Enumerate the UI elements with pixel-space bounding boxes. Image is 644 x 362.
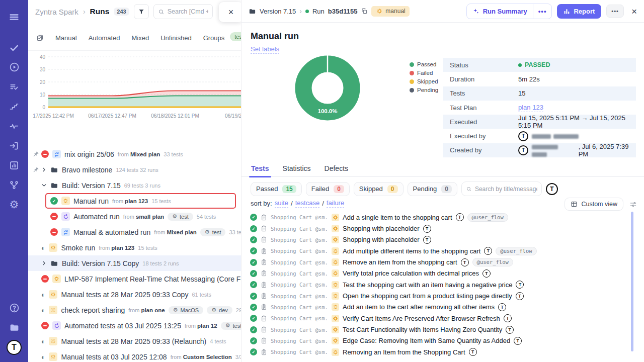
assignee-avatar[interactable]: T bbox=[546, 183, 558, 195]
run-tree-item[interactable]: ◐check report sharingfrom plan one⚙MacOS… bbox=[28, 302, 241, 318]
run-tree-item[interactable]: Automated tests at 03 Jul 2025 13:25from… bbox=[28, 318, 241, 333]
run-meta: 54 tests bbox=[197, 214, 216, 220]
filter-button[interactable] bbox=[134, 4, 149, 19]
custom-view-button[interactable]: Custom view bbox=[565, 198, 623, 211]
copy-icon[interactable] bbox=[361, 8, 368, 15]
test-plan-link[interactable]: plan 123 bbox=[518, 104, 543, 112]
run-from-plan: from Mixed plan bbox=[118, 151, 160, 157]
run-tree-item[interactable]: Bravo milestone124 tests 32 runs bbox=[28, 162, 241, 177]
run-tree-item[interactable]: Build: Version 7.15 Copy18 tests 2 runs bbox=[28, 255, 241, 271]
detail-label: Tests bbox=[443, 89, 518, 97]
filter-failed[interactable]: Failed0 bbox=[306, 182, 350, 196]
test-row[interactable]: ✓Shopping Cart @sm...Verify Cart Items A… bbox=[242, 313, 644, 324]
list-check-icon[interactable] bbox=[4, 77, 24, 97]
failed-status-icon bbox=[41, 275, 49, 283]
filter-pending[interactable]: Pending0 bbox=[408, 182, 457, 196]
report-button[interactable]: Report bbox=[557, 4, 601, 19]
tab-tests[interactable]: Tests bbox=[251, 164, 269, 176]
test-row[interactable]: ✓Shopping Cart @sm...Edge Case: Removing… bbox=[242, 335, 644, 346]
passed-status-icon: ✓ bbox=[50, 197, 58, 205]
run-tree-item[interactable]: ◐Manual tests at 28 Mar 2025 09:33 Copy6… bbox=[28, 287, 241, 302]
display-settings-icon[interactable] bbox=[629, 201, 637, 208]
run-tree-item[interactable]: Manual & automated runfrom Mixed plan⚙te… bbox=[28, 224, 241, 240]
tests-search[interactable] bbox=[461, 182, 542, 196]
test-row[interactable]: ✓Shopping Cart @sm...Add multiple differ… bbox=[242, 245, 644, 256]
run-tree-item[interactable]: ◐Manual tests at 28 Mar 2025 09:33 (Rela… bbox=[28, 333, 241, 349]
run-tree-item[interactable]: ✓Manual runfrom plan 12315 tests bbox=[28, 193, 241, 209]
branch-icon[interactable] bbox=[4, 175, 24, 195]
sort-by-suite[interactable]: suite bbox=[275, 199, 288, 208]
tab-unfinished[interactable]: Unfinished bbox=[160, 34, 191, 42]
runs-search-input[interactable] bbox=[168, 8, 208, 15]
sort-by-testcase[interactable]: testcase bbox=[295, 199, 319, 208]
test-row[interactable]: ✓Shopping Cart @sm...Remove an item from… bbox=[242, 256, 644, 267]
test-row[interactable]: ✓Shopping Cart @sm...Test Cart Functiona… bbox=[242, 324, 644, 335]
test-row[interactable]: ✓Shopping Cart @sm...Test the shopping c… bbox=[242, 279, 644, 290]
bar-chart-icon bbox=[564, 8, 570, 15]
detail-close-button[interactable]: × bbox=[631, 7, 637, 16]
run-title: Manual run bbox=[251, 31, 644, 42]
run-meta: 69 tests 3 runs bbox=[124, 183, 160, 189]
test-row[interactable]: ✓Shopping Cart @sm...Add a single item t… bbox=[242, 212, 644, 223]
tab-chip-test[interactable]: test bbox=[230, 32, 242, 41]
run-summary-more-button[interactable]: ••• bbox=[533, 4, 552, 19]
test-row[interactable]: ✓Shopping Cart @sm...Shopping with place… bbox=[242, 223, 644, 234]
run-tree-item[interactable]: ◐Manual tests at 03 Jul 2025 12:08from C… bbox=[28, 349, 241, 362]
analytics-icon[interactable] bbox=[4, 155, 24, 175]
search-icon bbox=[158, 9, 165, 15]
chevron-right-icon[interactable] bbox=[41, 260, 47, 266]
manual-run-icon bbox=[49, 352, 57, 361]
test-assignee-avatar: T bbox=[498, 303, 506, 311]
breadcrumb-page: Runs bbox=[90, 7, 110, 16]
settings-gear-icon[interactable]: ⚙ bbox=[4, 195, 24, 214]
tests-search-input[interactable] bbox=[475, 186, 537, 193]
filter-passed[interactable]: Passed15 bbox=[251, 182, 302, 196]
steps-icon[interactable] bbox=[4, 97, 24, 116]
sort-by-failure[interactable]: failure bbox=[327, 199, 344, 208]
test-row[interactable]: ✓Shopping Cart @sm...Add an item to the … bbox=[242, 302, 644, 313]
run-tree-item[interactable]: Build: Version 7.1569 tests 3 runs bbox=[28, 177, 241, 193]
manual-badge-label: manual bbox=[385, 8, 405, 15]
tasks-check-icon[interactable] bbox=[4, 38, 24, 57]
import-icon[interactable] bbox=[4, 136, 24, 155]
automated-run-icon bbox=[52, 321, 61, 330]
help-icon[interactable] bbox=[4, 298, 24, 318]
more-actions-button[interactable]: ••• bbox=[606, 5, 624, 18]
test-row[interactable]: ✓Shopping Cart @sm...Verify total price … bbox=[242, 268, 644, 279]
runs-search[interactable] bbox=[153, 4, 213, 19]
detail-row: Tests15 bbox=[443, 86, 636, 101]
tab-mixed[interactable]: Mixed bbox=[132, 34, 149, 42]
tab-automated[interactable]: Automated bbox=[89, 34, 120, 42]
scrollbar-thumb[interactable] bbox=[631, 212, 633, 351]
tab-defects[interactable]: Defects bbox=[325, 164, 348, 176]
breadcrumb-version[interactable]: Version 7.15 bbox=[260, 8, 296, 15]
compare-runs-icon[interactable] bbox=[36, 34, 44, 42]
legend-item: Pending bbox=[410, 87, 438, 93]
test-row[interactable]: ✓Shopping Cart @sm...Open the shopping c… bbox=[242, 290, 644, 301]
run-tree-item[interactable]: LMP-587 Implement Real-Time Chat Messagi… bbox=[28, 271, 241, 287]
avatar-icon[interactable]: T bbox=[4, 337, 24, 357]
breadcrumb-project[interactable]: Zyntra Spark bbox=[35, 8, 78, 16]
chevron-down-icon[interactable] bbox=[41, 183, 47, 188]
tab-manual[interactable]: Manual bbox=[55, 34, 77, 42]
chevron-right-icon[interactable] bbox=[41, 167, 47, 172]
play-circle-icon[interactable] bbox=[4, 57, 24, 77]
pulse-icon[interactable] bbox=[4, 116, 24, 136]
run-tree-item[interactable]: mix origin 25/06from Mixed plan33 tests bbox=[28, 146, 241, 162]
filter-skipped[interactable]: Skipped0 bbox=[354, 182, 404, 196]
test-row[interactable]: ✓Shopping Cart @sm...Removing an Item fr… bbox=[242, 346, 644, 357]
detail-row: Duration5m 22s bbox=[443, 72, 636, 86]
run-tree-item[interactable]: Automated runfrom small plan⚙test54 test… bbox=[28, 209, 241, 224]
run-tree-item[interactable]: ◐Smoke runfrom plan 12315 tests bbox=[28, 240, 241, 255]
test-row[interactable]: ✓Shopping Cart @sm...Shopping with place… bbox=[242, 234, 644, 245]
tab-groups[interactable]: Groups bbox=[203, 34, 225, 42]
panel-close-button[interactable]: × bbox=[219, 2, 242, 22]
legend-label: Failed bbox=[417, 70, 433, 76]
set-labels-link[interactable]: Set labels bbox=[251, 45, 279, 54]
run-summary-button[interactable]: Run Summary bbox=[467, 4, 533, 19]
tab-statistics[interactable]: Statistics bbox=[283, 164, 311, 176]
custom-view-label: Custom view bbox=[581, 201, 617, 208]
passed-check-icon: ✓ bbox=[250, 304, 257, 311]
projects-folder-icon[interactable] bbox=[4, 318, 24, 337]
menu-icon[interactable] bbox=[4, 7, 24, 27]
